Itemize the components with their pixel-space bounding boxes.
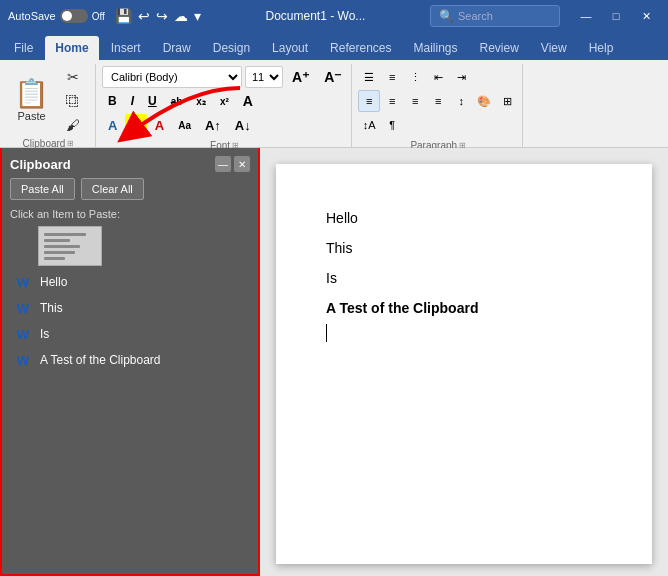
clipboard-items: W Hello W This W Is W A Test of the Clip… bbox=[10, 270, 250, 372]
paste-all-button[interactable]: Paste All bbox=[10, 178, 75, 200]
thumb-line-5 bbox=[44, 257, 65, 260]
more-icon[interactable]: ▾ bbox=[194, 8, 201, 24]
multilevel-button[interactable]: ⋮ bbox=[404, 66, 426, 88]
minimize-button[interactable]: — bbox=[572, 6, 600, 26]
close-button[interactable]: ✕ bbox=[632, 6, 660, 26]
decrease-indent-button[interactable]: ⇤ bbox=[427, 66, 449, 88]
thumb-line-2 bbox=[44, 239, 70, 242]
tab-insert[interactable]: Insert bbox=[101, 36, 151, 60]
sort-button[interactable]: ↕A bbox=[358, 114, 380, 136]
clipboard-item-icon-1: W bbox=[14, 299, 32, 317]
undo-icon[interactable]: ↩ bbox=[138, 8, 150, 24]
copy-button[interactable]: ⿻ bbox=[57, 90, 89, 112]
paste-button[interactable]: 📋 Paste bbox=[8, 76, 55, 126]
format-painter-button[interactable]: 🖌 bbox=[57, 114, 89, 136]
tab-review[interactable]: Review bbox=[470, 36, 529, 60]
font-size-select[interactable]: 11 bbox=[245, 66, 283, 88]
tab-view[interactable]: View bbox=[531, 36, 577, 60]
autosave-toggle-icon[interactable] bbox=[60, 9, 88, 23]
increase-font-button[interactable]: A⁺ bbox=[286, 66, 315, 88]
align-right-button[interactable]: ≡ bbox=[404, 90, 426, 112]
cut-button[interactable]: ✂ bbox=[57, 66, 89, 88]
clipboard-item-text-2: Is bbox=[40, 327, 49, 341]
maximize-button[interactable]: □ bbox=[602, 6, 630, 26]
tab-design[interactable]: Design bbox=[203, 36, 260, 60]
show-marks-button[interactable]: ¶ bbox=[381, 114, 403, 136]
tab-references[interactable]: References bbox=[320, 36, 401, 60]
autosave-toggle[interactable]: AutoSave Off bbox=[8, 9, 105, 23]
sort-row: ↕A ¶ bbox=[358, 114, 518, 136]
clipboard-item-0[interactable]: W Hello bbox=[10, 270, 250, 294]
clipboard-actions: Paste All Clear All bbox=[10, 178, 250, 200]
page-line-3: A Test of the Clipboard bbox=[326, 294, 602, 322]
title-bar: AutoSave Off 💾 ↩ ↪ ☁ ▾ Document1 - Wo...… bbox=[0, 0, 668, 32]
clipboard-panel-header: Clipboard — ✕ bbox=[10, 156, 250, 172]
clipboard-panel: Clipboard — ✕ Paste All Clear All Click … bbox=[0, 148, 260, 576]
customize-icon[interactable]: ☁ bbox=[174, 8, 188, 24]
numbering-button[interactable]: ≡ bbox=[381, 66, 403, 88]
clipboard-item-1[interactable]: W This bbox=[10, 296, 250, 320]
tab-layout[interactable]: Layout bbox=[262, 36, 318, 60]
tab-home[interactable]: Home bbox=[45, 36, 98, 60]
search-input[interactable] bbox=[458, 10, 548, 22]
clipboard-expand-icon[interactable]: ⊞ bbox=[67, 139, 74, 148]
clear-all-button[interactable]: Clear All bbox=[81, 178, 144, 200]
search-icon: 🔍 bbox=[439, 9, 454, 23]
page-line-0: Hello bbox=[326, 204, 602, 232]
tab-draw[interactable]: Draw bbox=[153, 36, 201, 60]
quick-access-icons: 💾 ↩ ↪ ☁ ▾ bbox=[115, 8, 201, 24]
align-row: ≡ ≡ ≡ ≡ ↕ 🎨 ⊞ bbox=[358, 90, 518, 112]
bullets-button[interactable]: ☰ bbox=[358, 66, 380, 88]
clipboard-item-icon-0: W bbox=[14, 273, 32, 291]
ribbon-tabs: File Home Insert Draw Design Layout Refe… bbox=[0, 32, 668, 60]
decrease-font-button[interactable]: A⁻ bbox=[318, 66, 347, 88]
paste-icon: 📋 bbox=[14, 80, 49, 108]
window-controls: — □ ✕ bbox=[572, 6, 660, 26]
clipboard-item-2[interactable]: W Is bbox=[10, 322, 250, 346]
document-title: Document1 - Wo... bbox=[207, 9, 424, 23]
clipboard-sub-buttons: ✂ ⿻ 🖌 bbox=[57, 66, 89, 136]
page-line-2: Is bbox=[326, 264, 602, 292]
clipboard-group-content: 📋 Paste ✂ ⿻ 🖌 bbox=[8, 66, 89, 136]
line-spacing-button[interactable]: ↕ bbox=[450, 90, 472, 112]
thumb-line-4 bbox=[44, 251, 75, 254]
clipboard-item-text-3: A Test of the Clipboard bbox=[40, 353, 161, 367]
thumb-line-1 bbox=[44, 233, 86, 236]
tab-file[interactable]: File bbox=[4, 36, 43, 60]
thumb-line-3 bbox=[44, 245, 80, 248]
clipboard-panel-title: Clipboard bbox=[10, 157, 71, 172]
clipboard-item-text-1: This bbox=[40, 301, 63, 315]
clipboard-item-3[interactable]: W A Test of the Clipboard bbox=[10, 348, 250, 372]
align-left-button[interactable]: ≡ bbox=[358, 90, 380, 112]
borders-button[interactable]: ⊞ bbox=[496, 90, 518, 112]
document-area: Clipboard — ✕ Paste All Clear All Click … bbox=[0, 148, 668, 576]
save-icon[interactable]: 💾 bbox=[115, 8, 132, 24]
clipboard-item-icon-3: W bbox=[14, 351, 32, 369]
paste-label: Paste bbox=[17, 110, 45, 122]
clipboard-item-icon-2: W bbox=[14, 325, 32, 343]
text-cursor bbox=[326, 324, 328, 342]
clipboard-panel-close[interactable]: ✕ bbox=[234, 156, 250, 172]
autosave-label: AutoSave bbox=[8, 10, 56, 22]
list-row: ☰ ≡ ⋮ ⇤ ⇥ bbox=[358, 66, 518, 88]
align-center-button[interactable]: ≡ bbox=[381, 90, 403, 112]
clipboard-group: 📋 Paste ✂ ⿻ 🖌 Clipboard ⊞ bbox=[4, 64, 96, 147]
increase-indent-button[interactable]: ⇥ bbox=[450, 66, 472, 88]
page-line-1: This bbox=[326, 234, 602, 262]
autosave-state: Off bbox=[92, 11, 105, 22]
clipboard-panel-minimize[interactable]: — bbox=[215, 156, 231, 172]
page-wrapper: Hello This Is A Test of the Clipboard bbox=[260, 148, 668, 576]
clipboard-thumbnail bbox=[38, 226, 102, 266]
search-box[interactable]: 🔍 bbox=[430, 5, 560, 27]
justify-button[interactable]: ≡ bbox=[427, 90, 449, 112]
shading-para-button[interactable]: 🎨 bbox=[473, 90, 495, 112]
tab-help[interactable]: Help bbox=[579, 36, 624, 60]
thumb-lines bbox=[44, 233, 96, 260]
clipboard-panel-controls: — ✕ bbox=[215, 156, 250, 172]
clipboard-item-text-0: Hello bbox=[40, 275, 67, 289]
tab-mailings[interactable]: Mailings bbox=[403, 36, 467, 60]
paragraph-group: ☰ ≡ ⋮ ⇤ ⇥ ≡ ≡ ≡ ≡ ↕ 🎨 ⊞ ↕A ¶ Paragraph ⊞ bbox=[354, 64, 523, 147]
redo-icon[interactable]: ↪ bbox=[156, 8, 168, 24]
document-page[interactable]: Hello This Is A Test of the Clipboard bbox=[276, 164, 652, 564]
red-arrow-annotation bbox=[90, 78, 250, 148]
